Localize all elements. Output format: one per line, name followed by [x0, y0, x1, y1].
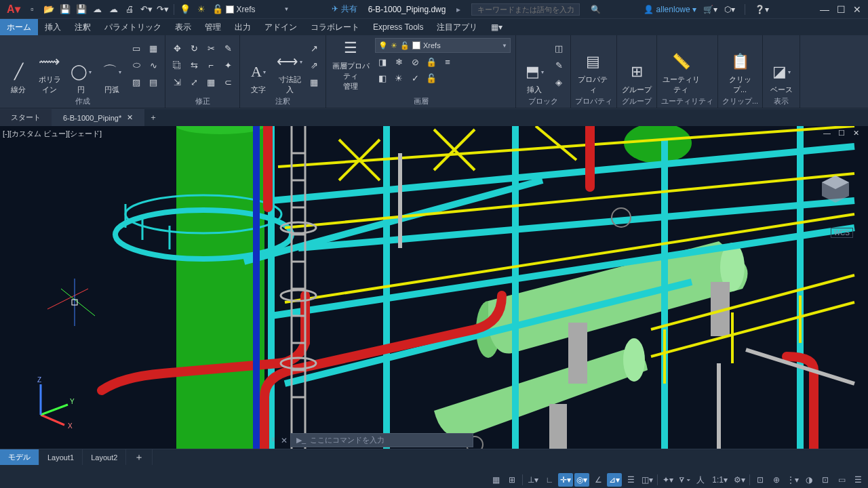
panel-viewbase-label[interactable]: 表示 — [767, 95, 795, 106]
status-units-icon[interactable]: ⋮▾ — [785, 473, 800, 487]
minimize-button[interactable]: — — [816, 1, 833, 18]
search-icon[interactable]: 🔍 — [591, 5, 601, 14]
status-gizmo-icon[interactable]: ✦▾ — [660, 473, 675, 487]
tab-output[interactable]: 出力 — [228, 19, 258, 35]
redo-icon[interactable]: ↷▾ — [157, 3, 169, 16]
new-icon[interactable]: ▫ — [26, 3, 39, 16]
open-icon[interactable]: 📂 — [43, 3, 55, 16]
status-ws-icon[interactable]: ⊡ — [753, 473, 768, 487]
status-customize-icon[interactable]: ☰ — [850, 473, 865, 487]
file-tab-start[interactable]: スタート — [0, 109, 52, 126]
viewcube[interactable] — [816, 170, 854, 208]
table2-icon[interactable]: ▦ — [307, 75, 321, 89]
help-icon[interactable]: ❔▾ — [755, 5, 769, 14]
share-link[interactable]: ✈ 共有 — [332, 3, 357, 15]
rotate-icon[interactable]: ↻ — [186, 41, 201, 56]
copy-icon[interactable]: ⿻ — [170, 58, 184, 73]
block-create-icon[interactable]: ◫ — [551, 41, 566, 56]
lock-icon[interactable]: 🔓 — [212, 3, 224, 16]
panel-properties-label[interactable]: プロパティ — [575, 95, 612, 106]
layer-props-button[interactable]: ☰画層プロパティ 管理 — [330, 38, 371, 92]
save-icon[interactable]: 💾 — [59, 3, 71, 16]
rect-icon[interactable]: ▭ — [129, 41, 144, 56]
layer-freeze-icon[interactable]: ❄ — [391, 54, 406, 69]
move-icon[interactable]: ✥ — [170, 41, 184, 56]
status-gear-icon[interactable]: ⚙▾ — [732, 473, 747, 487]
table-icon[interactable]: ▤ — [146, 75, 161, 89]
status-otrack-icon[interactable]: ⊿▾ — [607, 473, 622, 487]
panel-utilities-label[interactable]: ユーティリティ — [661, 95, 713, 106]
status-osnap-icon[interactable]: ◎▾ — [574, 473, 589, 487]
cart-icon[interactable]: 🛒▾ — [703, 5, 717, 14]
status-model-icon[interactable]: ▦ — [488, 473, 503, 487]
status-polar-icon[interactable]: ✛▾ — [558, 473, 573, 487]
status-filter-icon[interactable]: ⛛▾ — [677, 473, 692, 487]
dimension-button[interactable]: ⟷▾寸法記入 — [275, 38, 304, 95]
region-icon[interactable]: ▨ — [129, 75, 144, 89]
tab-annotate[interactable]: 注釈 — [68, 19, 98, 35]
app-home-icon[interactable]: ⬡▾ — [724, 5, 735, 14]
status-ortho-icon[interactable]: ∟ — [542, 473, 557, 487]
layer-combo[interactable]: 💡 ☀ 🔓 Xrefs ▼ — [375, 38, 511, 53]
file-tab-add[interactable]: ＋ — [144, 109, 162, 126]
status-snap-icon[interactable]: ⊥▾ — [526, 473, 540, 487]
tab-parametric[interactable]: パラメトリック — [98, 19, 168, 35]
layout-tab-2[interactable]: Layout2 — [83, 449, 126, 465]
panel-annotate-label[interactable]: 注釈 — [244, 95, 321, 106]
explode-icon[interactable]: ✦ — [220, 58, 235, 73]
layer-lock2-icon[interactable]: 🔒 — [424, 54, 439, 69]
close-button[interactable]: ✕ — [849, 1, 865, 18]
viewport[interactable]: [-][カスタム ビュー][シェード] — ☐ ✕ WCS X Y Z — [0, 126, 868, 449]
status-transparency-icon[interactable]: ◫▾ — [639, 473, 654, 487]
leader-icon[interactable]: ↗ — [307, 41, 321, 56]
insert-block-button[interactable]: ⬒▾挿入 — [520, 38, 549, 95]
layer-match-icon[interactable]: ≡ — [440, 54, 455, 69]
block-edit-icon[interactable]: ✎ — [551, 58, 566, 73]
undo-icon[interactable]: ↶▾ — [140, 3, 153, 16]
user-menu[interactable]: 👤 allenlowe ▾ — [644, 5, 696, 14]
layer-off-icon[interactable]: ⊘ — [408, 54, 422, 69]
panel-create-label[interactable]: 作成 — [4, 95, 161, 106]
status-annoscale-icon[interactable]: 人 — [693, 473, 708, 487]
wcs-label[interactable]: WCS — [831, 228, 853, 238]
stretch-icon[interactable]: ⇲ — [170, 75, 184, 89]
layer-unlock-icon[interactable]: 🔓 — [424, 70, 439, 85]
status-3dosnap-icon[interactable]: ∠ — [591, 473, 606, 487]
tab-manage[interactable]: 管理 — [198, 19, 228, 35]
viewbase-button[interactable]: ◪▾ベース — [767, 38, 795, 95]
cmdline-close-icon[interactable]: ✕ — [281, 436, 288, 445]
block-attr-icon[interactable]: ◈ — [551, 75, 566, 89]
tab-view[interactable]: 表示 — [168, 19, 198, 35]
panel-clipboard-label[interactable]: クリップ... — [722, 95, 758, 106]
qat-layer-name[interactable]: Xrefs — [237, 5, 256, 14]
file-tab-current[interactable]: 6-B-1000_Piping*✕ — [52, 109, 144, 126]
vp-close-icon[interactable]: ✕ — [853, 129, 864, 140]
command-line[interactable]: ▶_ ここにコマンドを入力 — [290, 433, 473, 447]
openweb-icon[interactable]: ☁ — [108, 3, 120, 16]
status-lwt-icon[interactable]: ☰ — [623, 473, 638, 487]
tab-insert[interactable]: 挿入 — [38, 19, 68, 35]
panel-layers-label[interactable]: 画層 — [330, 95, 511, 106]
vp-minimize-icon[interactable]: — — [823, 129, 834, 140]
panel-modify-label[interactable]: 修正 — [170, 95, 235, 106]
erase-icon[interactable]: ✎ — [220, 41, 235, 56]
status-clean-icon[interactable]: ▭ — [834, 473, 849, 487]
tab-express[interactable]: Express Tools — [366, 19, 430, 35]
saveweb-icon[interactable]: ☁ — [92, 3, 104, 16]
tab-featured[interactable]: 注目アプリ — [430, 19, 484, 35]
ellipse-icon[interactable]: ⬭ — [129, 58, 144, 73]
polyline-button[interactable]: ⟿ポリライン — [35, 38, 64, 95]
circle-button[interactable]: ◯▾円 — [66, 38, 95, 95]
maximize-button[interactable]: ☐ — [833, 1, 849, 18]
panel-block-label[interactable]: ブロック — [520, 95, 566, 106]
search-input[interactable] — [471, 3, 580, 16]
arc-button[interactable]: ⌒▾円弧 — [98, 38, 126, 95]
status-isolate-icon[interactable]: ◑ — [802, 473, 816, 487]
scale-icon[interactable]: ⤢ — [186, 75, 201, 89]
line-button[interactable]: ╱線分 — [4, 38, 33, 95]
group-button[interactable]: ⊞グループ — [621, 38, 652, 95]
tab-extra-icon[interactable]: ▦▾ — [484, 19, 509, 35]
status-grid-icon[interactable]: ⊞ — [505, 473, 519, 487]
bulb-icon[interactable]: 💡 — [179, 3, 191, 16]
viewport-label[interactable]: [-][カスタム ビュー][シェード] — [3, 129, 102, 139]
